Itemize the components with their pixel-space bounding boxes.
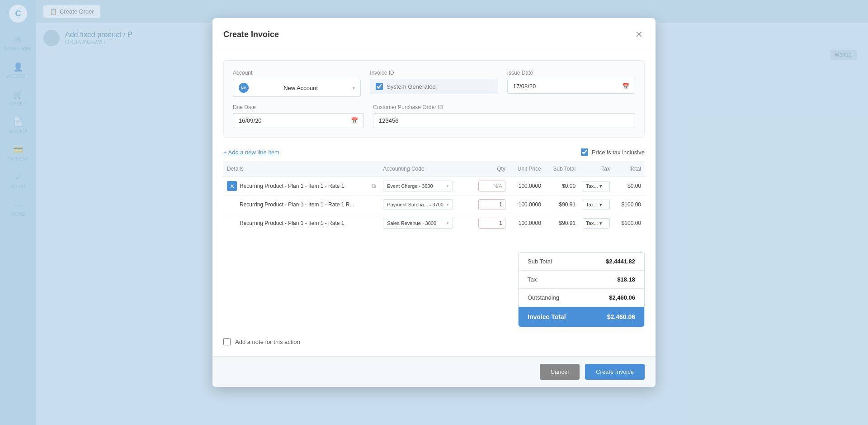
tax-arrow: ▾: [599, 202, 602, 208]
table-row: ✕ Recurring Product - Plan 1 - Item 1 - …: [223, 177, 645, 196]
table-row: Recurring Product - Plan 1 - Item 1 - Ra…: [223, 196, 645, 214]
tax-arrow: ▾: [599, 183, 602, 189]
create-invoice-button[interactable]: Create Invoice: [585, 364, 645, 380]
customer-po-field[interactable]: [373, 113, 635, 128]
total-cell-0: $0.00: [613, 177, 645, 196]
customer-po-label: Customer Purchase Order ID: [373, 104, 635, 110]
issue-date-label: Issue Date: [507, 70, 635, 76]
issue-date-calendar-icon[interactable]: 📅: [622, 83, 629, 90]
accounting-code-arrow: ▾: [447, 221, 449, 225]
accounting-code-value: Sales Revenue - 3000: [387, 220, 436, 226]
tax-select-0[interactable]: Tax... ▾: [583, 181, 610, 191]
note-section: Add a note for this action: [223, 338, 645, 345]
issue-date-input[interactable]: [513, 83, 618, 90]
unit-price-cell-2: 100.0000: [509, 214, 545, 233]
due-date-label: Due Date: [233, 104, 364, 110]
qty-cell-2: [469, 214, 509, 233]
line-items-section: + Add a new line item Price is tax inclu…: [223, 148, 645, 345]
account-avatar-badge: NA: [239, 83, 249, 93]
note-checkbox[interactable]: [223, 338, 231, 345]
tax-label: Tax: [528, 276, 537, 283]
copy-icon[interactable]: ⧉: [372, 182, 376, 190]
invoice-id-label: Invoice ID: [370, 70, 498, 76]
outstanding-label: Outstanding: [528, 294, 559, 301]
col-accounting-code: Accounting Code: [379, 161, 469, 177]
form-section: Account NA New Account ▾ Invoice ID: [223, 60, 645, 138]
total-cell-2: $100.00: [613, 214, 645, 233]
form-row-2: Due Date 📅 Customer Purchase Order ID: [233, 104, 635, 128]
tax-cell-2: Tax... ▾: [579, 214, 613, 233]
qty-input-2[interactable]: [478, 218, 505, 229]
modal-close-button[interactable]: ✕: [633, 27, 645, 42]
subtotal-cell-2: $90.91: [545, 214, 579, 233]
col-total: Total: [613, 161, 645, 177]
invoice-id-input: [387, 83, 492, 90]
accounting-code-select-0[interactable]: Event Charge - 3600 ▾: [383, 181, 453, 191]
accounting-code-value: Event Charge - 3600: [387, 183, 433, 189]
add-line-item-button[interactable]: + Add a new line item: [223, 149, 279, 156]
tax-arrow: ▾: [599, 220, 602, 226]
detail-text-0: Recurring Product - Plan 1 - Item 1 - Ra…: [240, 183, 369, 189]
account-value: New Account: [283, 85, 318, 91]
detail-cell-0: ✕ Recurring Product - Plan 1 - Item 1 - …: [223, 177, 379, 196]
form-row-1: Account NA New Account ▾ Invoice ID: [233, 70, 635, 97]
customer-po-input[interactable]: [379, 117, 629, 124]
account-label: Account: [233, 70, 361, 76]
invoice-id-checkbox[interactable]: [376, 83, 383, 90]
qty-input-1[interactable]: [478, 199, 505, 210]
qty-cell-0: [469, 177, 509, 196]
invoice-id-field-group: Invoice ID: [370, 70, 498, 97]
summary-invoice-total: Invoice Total $2,460.06: [519, 307, 644, 327]
issue-date-field[interactable]: 📅: [507, 79, 635, 94]
due-date-input[interactable]: [239, 117, 347, 124]
accounting-code-select-2[interactable]: Sales Revenue - 3000 ▾: [383, 218, 453, 229]
table-header: Details Accounting Code Qty Unit Price S…: [223, 161, 645, 177]
customer-po-field-group: Customer Purchase Order ID: [373, 104, 635, 128]
line-items-header: + Add a new line item Price is tax inclu…: [223, 148, 645, 156]
tax-value: Tax...: [586, 202, 598, 207]
account-dropdown-chevron: ▾: [353, 86, 355, 91]
delete-row-button[interactable]: ✕: [227, 181, 237, 191]
modal-overlay: Create Invoice ✕ Account NA New Account …: [0, 0, 868, 425]
tax-select-2[interactable]: Tax... ▾: [583, 218, 610, 229]
table-body: ✕ Recurring Product - Plan 1 - Item 1 - …: [223, 177, 645, 233]
detail-cell-2: Recurring Product - Plan 1 - Item 1 - Ra…: [223, 214, 379, 233]
total-cell-1: $100.00: [613, 196, 645, 214]
invoice-id-checkbox-wrap: [376, 83, 383, 90]
summary-tax: Tax $18.18: [519, 271, 644, 289]
qty-cell-1: [469, 196, 509, 214]
due-date-field[interactable]: 📅: [233, 113, 364, 128]
invoice-total-value: $2,460.06: [607, 313, 635, 320]
modal-title: Create Invoice: [223, 30, 279, 39]
qty-input-0[interactable]: [478, 181, 505, 191]
note-label: Add a note for this action: [235, 339, 300, 345]
invoice-total-label: Invoice Total: [528, 313, 566, 320]
issue-date-field-group: Issue Date 📅: [507, 70, 635, 97]
accounting-code-value: Payment Surcha... - 3700: [387, 202, 443, 207]
accounting-code-select-1[interactable]: Payment Surcha... - 3700 ▾: [383, 199, 453, 210]
account-dropdown[interactable]: NA New Account ▾: [233, 79, 361, 97]
subtotal-cell-1: $90.91: [545, 196, 579, 214]
summary-outstanding: Outstanding $2,460.06: [519, 289, 644, 307]
cancel-button[interactable]: Cancel: [540, 364, 580, 380]
modal-footer: Cancel Create Invoice: [212, 356, 656, 387]
unit-price-cell-1: 100.0000: [509, 196, 545, 214]
subtotal-cell-0: $0.00: [545, 177, 579, 196]
line-items-table: Details Accounting Code Qty Unit Price S…: [223, 161, 645, 232]
col-sub-total: Sub Total: [545, 161, 579, 177]
accounting-code-arrow: ▾: [447, 184, 449, 188]
tax-value: $18.18: [617, 276, 635, 283]
account-field-group: Account NA New Account ▾: [233, 70, 361, 97]
tax-inclusive-checkbox[interactable]: [581, 148, 588, 156]
modal-body: Account NA New Account ▾ Invoice ID: [212, 49, 656, 356]
col-tax: Tax: [579, 161, 613, 177]
outstanding-value: $2,460.06: [609, 294, 635, 301]
tax-select-1[interactable]: Tax... ▾: [583, 200, 610, 210]
invoice-id-field: [370, 79, 498, 94]
accounting-code-cell-2: Sales Revenue - 3000 ▾: [379, 214, 469, 233]
table-row: Recurring Product - Plan 1 - Item 1 - Ra…: [223, 214, 645, 233]
tax-inclusive-label: Price is tax inclusive: [592, 149, 645, 156]
unit-price-cell-0: 100.0000: [509, 177, 545, 196]
summary-box: Sub Total $2,4441.82 Tax $18.18 Outstand…: [518, 252, 645, 327]
due-date-calendar-icon[interactable]: 📅: [351, 117, 358, 124]
